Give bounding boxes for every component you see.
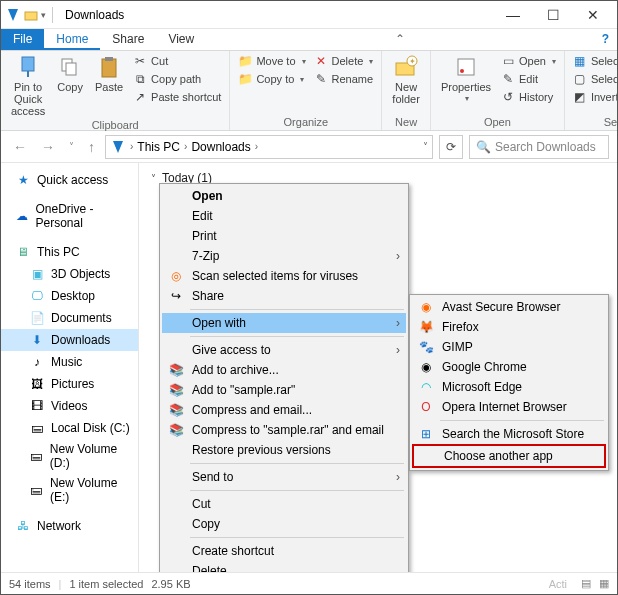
sidebar-volume-e[interactable]: 🖴New Volume (E:) — [1, 473, 138, 507]
edit-button[interactable]: ✎Edit — [499, 71, 558, 87]
openwith-avast[interactable]: ◉Avast Secure Browser — [412, 297, 606, 317]
sidebar-videos[interactable]: 🎞Videos — [1, 395, 138, 417]
sidebar-music[interactable]: ♪Music — [1, 351, 138, 373]
status-size: 2.95 KB — [151, 578, 190, 590]
document-icon: 📄 — [29, 310, 45, 326]
ctx-open-with[interactable]: Open with› — [162, 313, 406, 333]
rename-button[interactable]: ✎Rename — [312, 71, 376, 87]
sidebar-volume-d[interactable]: 🖴New Volume (D:) — [1, 439, 138, 473]
minimize-button[interactable]: — — [493, 2, 533, 28]
sidebar-downloads[interactable]: ⬇Downloads — [1, 329, 138, 351]
refresh-button[interactable]: ⟳ — [439, 135, 463, 159]
ctx-create-shortcut[interactable]: Create shortcut — [162, 541, 406, 561]
properties-button[interactable]: Properties▾ — [437, 53, 495, 106]
pin-to-quick-access-button[interactable]: Pin to Quick access — [7, 53, 49, 119]
copy-to-icon: 📁 — [238, 72, 252, 86]
help-icon[interactable]: ? — [594, 29, 617, 50]
openwith-store[interactable]: ⊞Search the Microsoft Store — [412, 424, 606, 444]
svg-rect-4 — [102, 59, 116, 77]
view-tiles-button[interactable]: ▦ — [599, 577, 609, 590]
ctx-restore[interactable]: Restore previous versions — [162, 440, 406, 460]
select-none-button[interactable]: ▢Select none — [571, 71, 618, 87]
move-to-button[interactable]: 📁Move to▾ — [236, 53, 307, 69]
openwith-gimp[interactable]: 🐾GIMP — [412, 337, 606, 357]
ctx-scan[interactable]: ◎Scan selected items for viruses — [162, 266, 406, 286]
up-button[interactable]: ↑ — [84, 139, 99, 155]
watermark: Acti — [549, 578, 567, 590]
properties-icon — [454, 55, 478, 79]
music-icon: ♪ — [29, 354, 45, 370]
ctx-7zip[interactable]: 7-Zip› — [162, 246, 406, 266]
svg-point-10 — [460, 69, 464, 73]
ctx-share[interactable]: ↪Share — [162, 286, 406, 306]
ctx-give-access[interactable]: Give access to› — [162, 340, 406, 360]
sidebar-desktop[interactable]: 🖵Desktop — [1, 285, 138, 307]
recent-dropdown[interactable]: ˅ — [65, 141, 78, 152]
close-button[interactable]: ✕ — [573, 2, 613, 28]
view-details-button[interactable]: ▤ — [581, 577, 591, 590]
desktop-icon: 🖵 — [29, 288, 45, 304]
nav-bar: ← → ˅ ↑ › This PC › Downloads › ˅ ⟳ 🔍 Se… — [1, 131, 617, 163]
sidebar-pictures[interactable]: 🖼Pictures — [1, 373, 138, 395]
sidebar-documents[interactable]: 📄Documents — [1, 307, 138, 329]
sidebar-local-disk-c[interactable]: 🖴Local Disk (C:) — [1, 417, 138, 439]
paste-button[interactable]: Paste — [91, 53, 127, 95]
forward-button[interactable]: → — [37, 139, 59, 155]
star-icon: ★ — [15, 172, 31, 188]
tab-view[interactable]: View — [156, 29, 206, 50]
tab-home[interactable]: Home — [44, 29, 100, 50]
cut-button[interactable]: ✂Cut — [131, 53, 223, 69]
window-title: Downloads — [57, 8, 493, 22]
open-button[interactable]: ▭Open▾ — [499, 53, 558, 69]
copy-path-icon: ⧉ — [133, 72, 147, 86]
maximize-button[interactable]: ☐ — [533, 2, 573, 28]
qat-dropdown[interactable]: ▾ — [41, 10, 46, 20]
copy-button[interactable]: Copy — [53, 53, 87, 95]
sidebar-3d-objects[interactable]: ▣3D Objects — [1, 263, 138, 285]
openwith-firefox[interactable]: 🦊Firefox — [412, 317, 606, 337]
sidebar-onedrive[interactable]: ☁OneDrive - Personal — [1, 199, 138, 233]
invert-selection-button[interactable]: ◩Invert selection — [571, 89, 618, 105]
openwith-choose-another[interactable]: Choose another app — [412, 444, 606, 468]
edge-icon: ◠ — [418, 379, 434, 395]
copy-path-button[interactable]: ⧉Copy path — [131, 71, 223, 87]
winrar-icon: 📚 — [168, 422, 184, 438]
ribbon-collapse[interactable]: ⌃ — [387, 29, 413, 50]
crumb-downloads[interactable]: Downloads — [191, 140, 250, 154]
ctx-copy[interactable]: Copy — [162, 514, 406, 534]
ctx-open[interactable]: Open — [162, 186, 406, 206]
cloud-icon: ☁ — [15, 208, 30, 224]
ctx-add-archive[interactable]: 📚Add to archive... — [162, 360, 406, 380]
paste-shortcut-button[interactable]: ↗Paste shortcut — [131, 89, 223, 105]
sidebar-network[interactable]: 🖧Network — [1, 515, 138, 537]
qat-folder-icon[interactable] — [23, 7, 39, 23]
new-folder-button[interactable]: ✦ New folder — [388, 53, 424, 107]
openwith-opera[interactable]: OOpera Internet Browser — [412, 397, 606, 417]
copy-to-button[interactable]: 📁Copy to▾ — [236, 71, 307, 87]
openwith-chrome[interactable]: ◉Google Chrome — [412, 357, 606, 377]
openwith-edge[interactable]: ◠Microsoft Edge — [412, 377, 606, 397]
ctx-edit[interactable]: Edit — [162, 206, 406, 226]
crumb-this-pc[interactable]: This PC — [137, 140, 180, 154]
tab-share[interactable]: Share — [100, 29, 156, 50]
back-button[interactable]: ← — [9, 139, 31, 155]
ctx-send-to[interactable]: Send to› — [162, 467, 406, 487]
ctx-print[interactable]: Print — [162, 226, 406, 246]
ctx-add-sample[interactable]: 📚Add to "sample.rar" — [162, 380, 406, 400]
search-box[interactable]: 🔍 Search Downloads — [469, 135, 609, 159]
ctx-compress-sample[interactable]: 📚Compress to "sample.rar" and email — [162, 420, 406, 440]
address-dropdown[interactable]: ˅ — [423, 141, 428, 152]
tab-file[interactable]: File — [1, 29, 44, 50]
ribbon: Pin to Quick access Copy Paste ✂Cut ⧉Cop… — [1, 51, 617, 131]
ctx-compress-email[interactable]: 📚Compress and email... — [162, 400, 406, 420]
select-all-button[interactable]: ▦Select all — [571, 53, 618, 69]
history-button[interactable]: ↺History — [499, 89, 558, 105]
drive-icon: 🖴 — [29, 420, 45, 436]
address-bar[interactable]: › This PC › Downloads › ˅ — [105, 135, 433, 159]
sidebar-this-pc[interactable]: 🖥This PC — [1, 241, 138, 263]
ctx-cut[interactable]: Cut — [162, 494, 406, 514]
chevron-down-icon: ˅ — [151, 173, 156, 184]
paste-icon — [97, 55, 121, 79]
delete-button[interactable]: ✕Delete▾ — [312, 53, 376, 69]
sidebar-quick-access[interactable]: ★Quick access — [1, 169, 138, 191]
